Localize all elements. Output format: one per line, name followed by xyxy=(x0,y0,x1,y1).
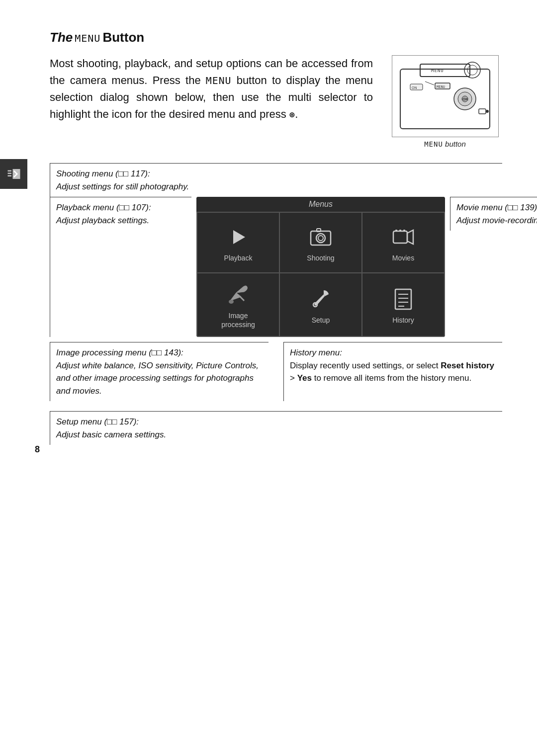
left-annotation-column: Playback menu (□□ 107): Adjust playback … xyxy=(50,197,196,337)
playback-icon xyxy=(226,225,250,250)
menu-cell-setup[interactable]: Setup xyxy=(280,273,361,336)
camera-figure: MENU OK ON xyxy=(388,55,502,148)
reset-history-bold: Reset history xyxy=(441,361,494,370)
shooting-label: Shooting xyxy=(307,253,334,262)
setup-annotation: Setup menu (□□ 157): Adjust basic camera… xyxy=(50,411,502,445)
title-the: The xyxy=(50,30,73,45)
image-processing-label: Imageprocessing xyxy=(221,311,255,329)
shooting-annotation: Shooting menu (□□ 117): Adjust settings … xyxy=(50,163,502,197)
svg-rect-9 xyxy=(479,109,486,114)
svg-point-18 xyxy=(316,234,325,243)
playback-label: Playback xyxy=(224,253,253,262)
movies-icon xyxy=(391,225,415,250)
menu-cell-image-processing[interactable]: Imageprocessing xyxy=(197,273,279,336)
svg-rect-24 xyxy=(399,230,401,232)
history-icon xyxy=(391,287,415,312)
caption-menu-word: MENU xyxy=(424,140,443,148)
caption-button-word: button xyxy=(445,140,466,148)
movie-annotation: Movie menu (□□ 139): Adjust movie-record… xyxy=(450,197,537,231)
menu-diagram: Menus Playback xyxy=(196,197,445,337)
svg-text:ON: ON xyxy=(412,86,417,89)
svg-text:MENU: MENU xyxy=(431,68,444,73)
camera-diagram-svg: MENU OK ON xyxy=(395,59,495,134)
svg-line-15 xyxy=(425,82,434,85)
movie-annot-desc: Adjust movie-recording options. xyxy=(456,216,537,225)
svg-point-4 xyxy=(467,65,477,75)
shooting-annot-desc: Adjust settings for still photography. xyxy=(56,182,189,191)
svg-marker-16 xyxy=(233,230,245,244)
svg-text:MENU: MENU xyxy=(437,85,445,89)
title-menu: MENU xyxy=(75,32,100,44)
menu-header-label: Menus xyxy=(309,200,333,208)
camera-caption: MENU button xyxy=(424,140,466,148)
camera-image-box: MENU OK ON xyxy=(392,55,499,137)
svg-text:OK: OK xyxy=(462,97,468,101)
svg-marker-22 xyxy=(407,230,413,244)
history-label: History menu: xyxy=(290,348,342,357)
setup-annot-label: Setup menu (□□ 157): Adjust basic camera… xyxy=(56,416,496,441)
top-content-area: Most shooting, playback, and setup optio… xyxy=(50,55,502,148)
playback-annot-desc: Adjust playback settings. xyxy=(56,216,149,225)
svg-rect-0 xyxy=(400,69,490,129)
setup-label: Setup xyxy=(312,316,330,325)
img-proc-label: Image processing menu (□□ 143): Adjust w… xyxy=(56,348,259,396)
movie-annot-label: Movie menu (□□ 139): Adjust movie-record… xyxy=(456,201,537,227)
menu-diagram-header: Menus xyxy=(196,197,445,212)
setup-annot-desc: Adjust basic camera settings. xyxy=(56,430,166,439)
img-proc-annot-content: Image processing menu (□□ 143): Adjust w… xyxy=(56,346,263,397)
svg-rect-23 xyxy=(395,230,397,232)
diagram-section: Playback menu (□□ 107): Adjust playback … xyxy=(50,197,502,337)
svg-rect-21 xyxy=(393,231,407,243)
intro-text: Most shooting, playback, and setup optio… xyxy=(50,57,373,120)
movies-label: Movies xyxy=(392,253,414,262)
menu-cell-shooting[interactable]: Shooting xyxy=(280,213,361,272)
menu-cell-history[interactable]: History xyxy=(362,273,444,336)
playback-annotation: Playback menu (□□ 107): Adjust playback … xyxy=(50,197,191,337)
history-annot-content: History menu: Display recently used sett… xyxy=(290,346,496,385)
yes-bold: Yes xyxy=(297,373,312,383)
menu-cell-playback[interactable]: Playback xyxy=(197,213,279,272)
image-processing-annotation: Image processing menu (□□ 143): Adjust w… xyxy=(50,342,268,401)
page-number: 8 xyxy=(35,444,40,455)
bottom-annotations-row: Image processing menu (□□ 143): Adjust w… xyxy=(50,342,502,401)
shooting-annotation-row: Shooting menu (□□ 117): Adjust settings … xyxy=(50,163,502,197)
svg-rect-20 xyxy=(317,229,321,232)
intro-paragraph: Most shooting, playback, and setup optio… xyxy=(50,55,373,123)
history-label: History xyxy=(392,316,414,325)
menu-diagram-center: Menus Playback xyxy=(196,197,445,337)
svg-point-10 xyxy=(486,110,489,113)
section-title: The MENU Button xyxy=(50,30,502,45)
shooting-annot-label: Shooting menu (□□ 117): Adjust settings … xyxy=(56,168,496,193)
playback-annot-label: Playback menu (□□ 107): Adjust playback … xyxy=(56,201,185,227)
title-button: Button xyxy=(102,30,144,45)
menu-cell-movies[interactable]: Movies xyxy=(362,213,444,272)
menu-grid: Playback Shoo xyxy=(196,212,445,337)
setup-icon xyxy=(309,287,333,312)
image-processing-icon xyxy=(226,282,250,307)
history-desc: Display recently used settings, or selec… xyxy=(290,361,494,383)
svg-point-26 xyxy=(229,300,234,304)
svg-point-19 xyxy=(318,236,323,241)
right-annotation-column: Movie menu (□□ 139): Adjust movie-record… xyxy=(445,197,537,337)
shooting-icon xyxy=(309,225,333,250)
history-annotation: History menu: Display recently used sett… xyxy=(283,342,502,401)
svg-rect-1 xyxy=(420,64,470,77)
svg-point-3 xyxy=(464,62,480,78)
svg-rect-25 xyxy=(403,230,405,232)
